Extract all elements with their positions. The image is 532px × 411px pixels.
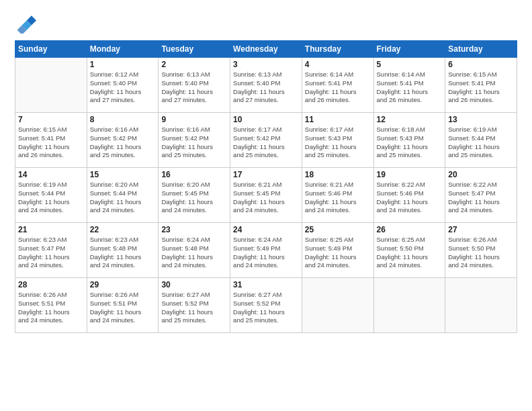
weekday-tuesday: Tuesday [159, 41, 230, 58]
cell-info: Sunrise: 6:24 AM Sunset: 5:48 PM Dayligh… [161, 236, 227, 270]
calendar-week-4: 21Sunrise: 6:23 AM Sunset: 5:47 PM Dayli… [15, 223, 517, 278]
day-number: 11 [305, 115, 371, 124]
calendar-cell [445, 278, 517, 333]
day-number: 7 [18, 115, 84, 124]
cell-info: Sunrise: 6:20 AM Sunset: 5:44 PM Dayligh… [90, 181, 156, 215]
cell-info: Sunrise: 6:14 AM Sunset: 5:41 PM Dayligh… [377, 71, 443, 105]
day-number: 31 [233, 280, 299, 289]
cell-info: Sunrise: 6:24 AM Sunset: 5:49 PM Dayligh… [233, 236, 299, 270]
weekday-wednesday: Wednesday [230, 41, 302, 58]
cell-info: Sunrise: 6:23 AM Sunset: 5:47 PM Dayligh… [18, 236, 84, 270]
calendar-cell: 6Sunrise: 6:15 AM Sunset: 5:41 PM Daylig… [445, 58, 517, 113]
calendar-cell: 10Sunrise: 6:17 AM Sunset: 5:42 PM Dayli… [230, 113, 302, 168]
calendar-cell: 22Sunrise: 6:23 AM Sunset: 5:48 PM Dayli… [87, 223, 159, 278]
calendar-cell: 23Sunrise: 6:24 AM Sunset: 5:48 PM Dayli… [159, 223, 230, 278]
weekday-saturday: Saturday [445, 41, 517, 58]
cell-info: Sunrise: 6:17 AM Sunset: 5:42 PM Dayligh… [233, 126, 299, 160]
calendar-cell: 20Sunrise: 6:22 AM Sunset: 5:47 PM Dayli… [445, 168, 517, 223]
cell-info: Sunrise: 6:25 AM Sunset: 5:49 PM Dayligh… [305, 236, 371, 270]
cell-info: Sunrise: 6:26 AM Sunset: 5:50 PM Dayligh… [448, 236, 514, 270]
calendar-cell: 3Sunrise: 6:13 AM Sunset: 5:40 PM Daylig… [230, 58, 302, 113]
cell-info: Sunrise: 6:23 AM Sunset: 5:48 PM Dayligh… [90, 236, 156, 270]
calendar-cell: 29Sunrise: 6:26 AM Sunset: 5:51 PM Dayli… [87, 278, 159, 333]
cell-info: Sunrise: 6:18 AM Sunset: 5:43 PM Dayligh… [377, 126, 443, 160]
day-number: 30 [161, 280, 227, 289]
cell-info: Sunrise: 6:17 AM Sunset: 5:43 PM Dayligh… [305, 126, 371, 160]
calendar-cell: 11Sunrise: 6:17 AM Sunset: 5:43 PM Dayli… [302, 113, 373, 168]
day-number: 29 [90, 280, 156, 289]
cell-info: Sunrise: 6:25 AM Sunset: 5:50 PM Dayligh… [377, 236, 443, 270]
weekday-header-row: SundayMondayTuesdayWednesdayThursdayFrid… [15, 41, 517, 58]
calendar-cell: 13Sunrise: 6:19 AM Sunset: 5:44 PM Dayli… [445, 113, 517, 168]
day-number: 17 [233, 170, 299, 179]
cell-info: Sunrise: 6:16 AM Sunset: 5:42 PM Dayligh… [161, 126, 227, 160]
cell-info: Sunrise: 6:14 AM Sunset: 5:41 PM Dayligh… [305, 71, 371, 105]
cell-info: Sunrise: 6:21 AM Sunset: 5:45 PM Dayligh… [233, 181, 299, 215]
cell-info: Sunrise: 6:19 AM Sunset: 5:44 PM Dayligh… [448, 126, 514, 160]
calendar-cell: 27Sunrise: 6:26 AM Sunset: 5:50 PM Dayli… [445, 223, 517, 278]
logo [15, 12, 40, 34]
calendar-cell: 31Sunrise: 6:27 AM Sunset: 5:52 PM Dayli… [230, 278, 302, 333]
calendar-cell: 15Sunrise: 6:20 AM Sunset: 5:44 PM Dayli… [87, 168, 159, 223]
calendar-cell: 5Sunrise: 6:14 AM Sunset: 5:41 PM Daylig… [373, 58, 445, 113]
cell-info: Sunrise: 6:12 AM Sunset: 5:40 PM Dayligh… [90, 71, 156, 105]
cell-info: Sunrise: 6:21 AM Sunset: 5:46 PM Dayligh… [305, 181, 371, 215]
calendar-cell: 9Sunrise: 6:16 AM Sunset: 5:42 PM Daylig… [159, 113, 230, 168]
cell-info: Sunrise: 6:27 AM Sunset: 5:52 PM Dayligh… [233, 291, 299, 325]
logo-icon [15, 12, 36, 34]
day-number: 21 [18, 225, 84, 234]
day-number: 23 [161, 225, 227, 234]
page: SundayMondayTuesdayWednesdayThursdayFrid… [0, 0, 532, 411]
day-number: 25 [305, 225, 371, 234]
day-number: 2 [161, 60, 227, 69]
calendar-cell: 30Sunrise: 6:27 AM Sunset: 5:52 PM Dayli… [159, 278, 230, 333]
calendar-cell: 25Sunrise: 6:25 AM Sunset: 5:49 PM Dayli… [302, 223, 373, 278]
day-number: 22 [90, 225, 156, 234]
calendar-week-1: 1Sunrise: 6:12 AM Sunset: 5:40 PM Daylig… [15, 58, 517, 113]
cell-info: Sunrise: 6:19 AM Sunset: 5:44 PM Dayligh… [18, 181, 84, 215]
day-number: 4 [305, 60, 371, 69]
cell-info: Sunrise: 6:13 AM Sunset: 5:40 PM Dayligh… [161, 71, 227, 105]
calendar-cell: 18Sunrise: 6:21 AM Sunset: 5:46 PM Dayli… [302, 168, 373, 223]
day-number: 3 [233, 60, 299, 69]
calendar-cell: 26Sunrise: 6:25 AM Sunset: 5:50 PM Dayli… [373, 223, 445, 278]
day-number: 26 [377, 225, 443, 234]
calendar-week-2: 7Sunrise: 6:15 AM Sunset: 5:41 PM Daylig… [15, 113, 517, 168]
calendar-cell: 21Sunrise: 6:23 AM Sunset: 5:47 PM Dayli… [15, 223, 87, 278]
calendar-week-5: 28Sunrise: 6:26 AM Sunset: 5:51 PM Dayli… [15, 278, 517, 333]
weekday-friday: Friday [373, 41, 445, 58]
header [15, 12, 517, 34]
cell-info: Sunrise: 6:15 AM Sunset: 5:41 PM Dayligh… [448, 71, 514, 105]
calendar-cell: 17Sunrise: 6:21 AM Sunset: 5:45 PM Dayli… [230, 168, 302, 223]
weekday-thursday: Thursday [302, 41, 373, 58]
day-number: 14 [18, 170, 84, 179]
calendar-cell: 7Sunrise: 6:15 AM Sunset: 5:41 PM Daylig… [15, 113, 87, 168]
calendar-cell: 28Sunrise: 6:26 AM Sunset: 5:51 PM Dayli… [15, 278, 87, 333]
day-number: 27 [448, 225, 514, 234]
calendar-cell: 19Sunrise: 6:22 AM Sunset: 5:46 PM Dayli… [373, 168, 445, 223]
day-number: 6 [448, 60, 514, 69]
day-number: 13 [448, 115, 514, 124]
day-number: 19 [377, 170, 443, 179]
cell-info: Sunrise: 6:27 AM Sunset: 5:52 PM Dayligh… [161, 291, 227, 325]
cell-info: Sunrise: 6:15 AM Sunset: 5:41 PM Dayligh… [18, 126, 84, 160]
cell-info: Sunrise: 6:16 AM Sunset: 5:42 PM Dayligh… [90, 126, 156, 160]
day-number: 28 [18, 280, 84, 289]
cell-info: Sunrise: 6:26 AM Sunset: 5:51 PM Dayligh… [18, 291, 84, 325]
calendar-table: SundayMondayTuesdayWednesdayThursdayFrid… [15, 40, 517, 333]
cell-info: Sunrise: 6:22 AM Sunset: 5:46 PM Dayligh… [377, 181, 443, 215]
weekday-sunday: Sunday [15, 41, 87, 58]
calendar-cell: 24Sunrise: 6:24 AM Sunset: 5:49 PM Dayli… [230, 223, 302, 278]
calendar-cell: 16Sunrise: 6:20 AM Sunset: 5:45 PM Dayli… [159, 168, 230, 223]
day-number: 15 [90, 170, 156, 179]
day-number: 24 [233, 225, 299, 234]
cell-info: Sunrise: 6:13 AM Sunset: 5:40 PM Dayligh… [233, 71, 299, 105]
day-number: 18 [305, 170, 371, 179]
calendar-cell: 1Sunrise: 6:12 AM Sunset: 5:40 PM Daylig… [87, 58, 159, 113]
cell-info: Sunrise: 6:20 AM Sunset: 5:45 PM Dayligh… [161, 181, 227, 215]
weekday-monday: Monday [87, 41, 159, 58]
day-number: 16 [161, 170, 227, 179]
day-number: 9 [161, 115, 227, 124]
day-number: 8 [90, 115, 156, 124]
day-number: 5 [377, 60, 443, 69]
